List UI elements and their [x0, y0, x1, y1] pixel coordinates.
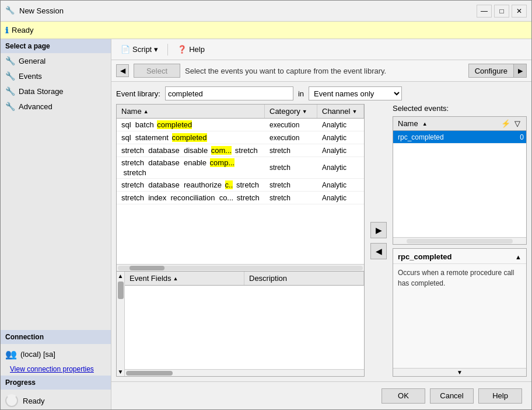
select-button[interactable]: Select: [134, 64, 180, 78]
name-highlight-4: comp...: [210, 158, 235, 167]
fields-col2-label: Description: [249, 274, 287, 283]
fields-bottom-scrollbar[interactable]: [125, 369, 364, 376]
search-input[interactable]: [165, 86, 293, 100]
progress-status-label: Ready: [23, 397, 45, 405]
selected-events-label: Selected events:: [393, 104, 527, 113]
middle-controls: ▶ ◀: [368, 104, 389, 377]
script-icon: 📄: [121, 45, 130, 54]
fields-th-eventfields: Event Fields ▲: [125, 272, 244, 285]
sort-asc-icon: ▲: [144, 109, 149, 114]
name-prefix-1: sql batch: [121, 120, 156, 129]
connection-icon: 👥: [5, 349, 17, 360]
table-row[interactable]: stretch index reconciliation co... stret…: [117, 192, 364, 204]
sidebar-label-general: General: [19, 57, 46, 65]
event-table-hscrollbar[interactable]: [117, 264, 364, 271]
name-prefix-6: stretch index reconciliation co...: [121, 193, 233, 202]
view-connection-properties-link[interactable]: View connection properties: [5, 363, 99, 376]
configure-button[interactable]: Configure ▶: [468, 64, 527, 78]
event-detail-name: rpc_completed ▲: [393, 249, 526, 264]
add-event-button[interactable]: ▶: [370, 222, 387, 238]
td-name-5: stretch database reauthorize c.. stretch: [117, 179, 265, 190]
fields-th-description: Description: [244, 272, 364, 285]
sel-row[interactable]: rpc_completed 0: [393, 131, 526, 144]
sel-scrollbar[interactable]: [393, 237, 526, 244]
help-button[interactable]: ❓ Help: [173, 43, 209, 55]
name-prefix-5: stretch database reauthorize: [121, 180, 224, 189]
title-bar: 🔧 New Session — □ ✕: [1, 1, 531, 22]
main-area: Select a page 🔧 General 🔧 Events 🔧 Data …: [1, 39, 531, 409]
cancel-button[interactable]: Cancel: [430, 388, 474, 404]
td-chan-4: Analytic: [317, 162, 364, 173]
select-page-title: Select a page: [1, 39, 111, 53]
sidebar-item-events[interactable]: 🔧 Events: [1, 68, 111, 84]
vscroll-up-btn[interactable]: ▲: [117, 272, 125, 280]
table-row[interactable]: stretch database reauthorize c.. stretch…: [117, 179, 364, 192]
remove-event-button[interactable]: ◀: [370, 243, 387, 259]
name-prefix-3: stretch database disable: [121, 146, 210, 155]
event-table-header: Name ▲ Category ▼ Channel ▼: [117, 105, 364, 119]
sel-td-name: rpc_completed: [393, 132, 512, 143]
table-row[interactable]: stretch database enable comp... stretch …: [117, 157, 364, 179]
channel-sort-icon: ▼: [352, 109, 357, 114]
help-icon: ❓: [177, 45, 187, 54]
td-chan-6: Analytic: [317, 193, 364, 203]
footer-help-button[interactable]: Help: [478, 388, 522, 404]
connection-label: (local) [sa]: [20, 350, 55, 359]
td-name-3: stretch database disable com... stretch: [117, 145, 265, 156]
sel-th-sort-icon: ▲: [422, 121, 428, 127]
table-row[interactable]: sql batch completed execution Analytic: [117, 119, 364, 131]
event-library-label: Event library:: [116, 89, 160, 98]
sel-icon-lightning[interactable]: ⚡: [500, 119, 512, 128]
fields-hscroll-thumb[interactable]: [126, 371, 173, 376]
select-label: Select: [146, 67, 167, 75]
sel-scroll-thumb[interactable]: [407, 239, 513, 244]
name-highlight-3: com...: [211, 146, 232, 155]
maximize-button[interactable]: □: [494, 5, 509, 18]
event-table-wrapper: Name ▲ Category ▼ Channel ▼: [116, 104, 365, 377]
window-controls: — □ ✕: [477, 5, 527, 18]
vscroll-down-btn[interactable]: ▼: [117, 367, 125, 376]
td-chan-5: Analytic: [317, 180, 364, 190]
td-cat-4: stretch: [265, 162, 317, 173]
help-label: Help: [189, 45, 205, 54]
detail-scroll-down-btn[interactable]: ▼: [393, 368, 526, 376]
name-suffix-3: stretch: [233, 146, 258, 155]
main-window: 🔧 New Session — □ ✕ ℹ Ready Select a pag…: [0, 0, 532, 410]
fields-inner: Event Fields ▲ Description: [125, 272, 364, 376]
sel-icon-filter[interactable]: ▽: [513, 119, 522, 128]
name-suffix-5: stretch: [234, 180, 259, 189]
detail-scroll-up-btn[interactable]: ▲: [515, 253, 522, 260]
sidebar-lower: Connection 👥 (local) [sa] View connectio…: [1, 330, 111, 409]
ok-button[interactable]: OK: [382, 388, 425, 404]
event-filter-select[interactable]: Event names only Event names and descrip…: [309, 86, 402, 100]
th-channel[interactable]: Channel ▼: [317, 105, 364, 118]
th-name[interactable]: Name ▲: [117, 105, 265, 118]
table-row[interactable]: stretch database disable com... stretch …: [117, 144, 364, 157]
vscroll-thumb[interactable]: [118, 282, 124, 299]
td-chan-1: Analytic: [317, 120, 364, 130]
minimize-button[interactable]: —: [477, 5, 492, 18]
event-detail-name-text: rpc_completed: [398, 252, 452, 261]
fields-body: [125, 286, 364, 369]
td-cat-3: stretch: [265, 145, 317, 156]
name-prefix-2: sql statement: [121, 133, 171, 142]
right-panel: Selected events: Name ▲ ⚡ ▽: [393, 104, 527, 377]
hscroll-thumb[interactable]: [130, 266, 164, 270]
name-suffix-6: stretch: [235, 193, 260, 202]
table-row[interactable]: sql statement completed execution Analyt…: [117, 131, 364, 144]
close-button[interactable]: ✕: [512, 5, 527, 18]
event-detail-desc: Occurs when a remote procedure call has …: [393, 264, 526, 368]
sidebar-label-datastorage: Data Storage: [19, 87, 64, 96]
window-title: New Session: [19, 6, 477, 15]
bottom-footer: OK Cancel Help: [111, 381, 531, 409]
toolbar: 📄 Script ▾ ❓ Help: [111, 39, 531, 60]
sel-th-name: Name ▲ ⚡ ▽: [393, 117, 526, 130]
th-category[interactable]: Category ▼: [265, 105, 317, 118]
sidebar-item-general[interactable]: 🔧 General: [1, 53, 111, 68]
name-prefix-4: stretch database enable: [121, 158, 209, 167]
sidebar-item-advanced[interactable]: 🔧 Advanced: [1, 99, 111, 114]
sidebar-item-datastorage[interactable]: 🔧 Data Storage: [1, 84, 111, 99]
status-text: Ready: [12, 26, 34, 34]
back-button[interactable]: ◀: [116, 64, 129, 77]
script-button[interactable]: 📄 Script ▾: [116, 43, 163, 55]
